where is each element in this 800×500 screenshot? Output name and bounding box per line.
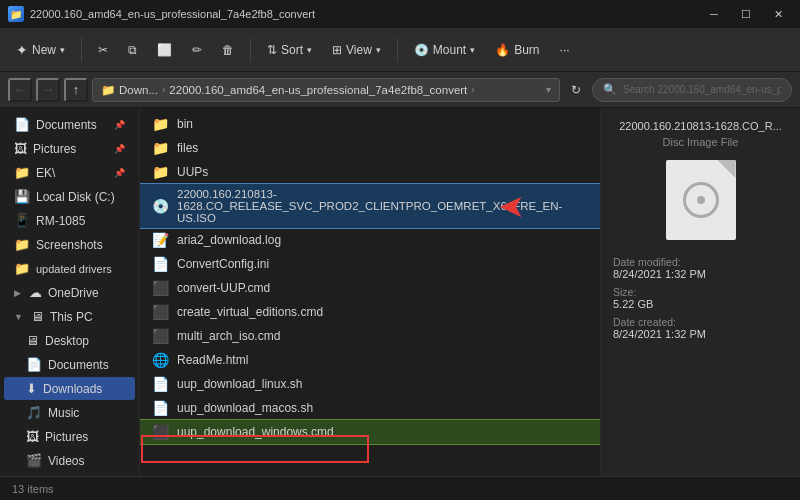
- delete-button[interactable]: 🗑: [214, 34, 242, 66]
- sidebar-item-localdisk[interactable]: 💾 Local Disk (C:): [4, 185, 135, 208]
- file-item-macosch[interactable]: 📄 uup_download_macos.sh: [140, 396, 600, 420]
- sidebar-item-downloads[interactable]: ⬇ Downloads: [4, 377, 135, 400]
- back-button[interactable]: ←: [8, 78, 32, 102]
- screenshot-icon: 📁: [14, 237, 30, 252]
- new-button[interactable]: ✦ New ▾: [8, 34, 73, 66]
- iso-icon: 💿: [152, 198, 169, 214]
- toolbar: ✦ New ▾ ✂ ⧉ ⬜ ✏ 🗑 ⇅ Sort ▾ ⊞ View ▾ 💿 Mo…: [0, 28, 800, 72]
- status-bar: 13 items: [0, 476, 800, 500]
- file-item-aria2log[interactable]: 📝 aria2_download.log: [140, 228, 600, 252]
- thispc-icon: 🖥: [31, 309, 44, 324]
- sidebar-item-updateddrivers[interactable]: 📁 updated drivers: [4, 257, 135, 280]
- file-item-readme[interactable]: 🌐 ReadMe.html: [140, 348, 600, 372]
- cut-button[interactable]: ✂: [90, 34, 116, 66]
- paste-button[interactable]: ⬜: [149, 34, 180, 66]
- file-item-linuxsh[interactable]: 📄 uup_download_linux.sh: [140, 372, 600, 396]
- preview-date-modified: Date modified: 8/24/2021 1:32 PM: [613, 256, 788, 280]
- maximize-button[interactable]: ☐: [732, 4, 760, 24]
- sidebar-item-thispc[interactable]: ▼ 🖥 This PC: [4, 305, 135, 328]
- file-item-convertconfig[interactable]: 📄 ConvertConfig.ini: [140, 252, 600, 276]
- sidebar-item-documents1[interactable]: 📄 Documents 📌: [4, 113, 135, 136]
- sidebar-item-videos[interactable]: 🎬 Videos: [4, 449, 135, 472]
- iso-file-icon: [666, 160, 736, 240]
- preview-filetype: Disc Image File: [663, 136, 739, 148]
- sh-icon2: 📄: [152, 400, 169, 416]
- status-count: 13 items: [12, 483, 54, 495]
- file-item-iso[interactable]: 💿 22000.160.210813-1628.CO_RELEASE_SVC_P…: [140, 184, 600, 228]
- documents-icon: 📄: [26, 357, 42, 372]
- window-controls: ─ ☐ ✕: [700, 4, 792, 24]
- up-button[interactable]: ↑: [64, 78, 88, 102]
- sidebar-item-ek[interactable]: 📁 EK\ 📌: [4, 161, 135, 184]
- path-icon: 📁: [101, 83, 115, 97]
- downloads-icon: ⬇: [26, 381, 37, 396]
- sidebar-item-music[interactable]: 🎵 Music: [4, 401, 135, 424]
- more-button[interactable]: ···: [552, 34, 578, 66]
- title-bar: 📁 22000.160_amd64_en-us_professional_7a4…: [0, 0, 800, 28]
- sidebar-item-pictures3[interactable]: 🖼 Pictures: [4, 425, 135, 448]
- mount-button[interactable]: 💿 Mount ▾: [406, 34, 483, 66]
- onedrive-icon: ☁: [29, 285, 42, 300]
- copy-button[interactable]: ⧉: [120, 34, 145, 66]
- preview-details: Date modified: 8/24/2021 1:32 PM Size: 5…: [613, 256, 788, 346]
- sort-button[interactable]: ⇅ Sort ▾: [259, 34, 320, 66]
- cmd-icon3: ⬛: [152, 328, 169, 344]
- file-item-createvirtual[interactable]: ⬛ create_virtual_editions.cmd: [140, 300, 600, 324]
- forward-button[interactable]: →: [36, 78, 60, 102]
- document-icon: 📄: [14, 117, 30, 132]
- address-path[interactable]: 📁 Down... › 22000.160_amd64_en-us_profes…: [92, 78, 560, 102]
- log-icon: 📝: [152, 232, 169, 248]
- separator-3: [397, 38, 398, 62]
- folder-icon: 📁: [14, 165, 30, 180]
- burn-button[interactable]: 🔥 Burn: [487, 34, 547, 66]
- folder-icon: 📁: [152, 140, 169, 156]
- separator-2: [250, 38, 251, 62]
- sidebar: 📄 Documents 📌 🖼 Pictures 📌 📁 EK\ 📌 💾 Loc…: [0, 108, 140, 476]
- path-down: Down...: [119, 84, 158, 96]
- preview-icon-container: [661, 160, 741, 240]
- drivers-icon: 📁: [14, 261, 30, 276]
- path-folder: 22000.160_amd64_en-us_professional_7a4e2…: [169, 84, 467, 96]
- preview-panel: 22000.160.210813-1628.CO_R... Disc Image…: [600, 108, 800, 476]
- minimize-button[interactable]: ─: [700, 4, 728, 24]
- pictures3-icon: 🖼: [26, 429, 39, 444]
- close-button[interactable]: ✕: [764, 4, 792, 24]
- view-button[interactable]: ⊞ View ▾: [324, 34, 389, 66]
- sidebar-item-onedrive[interactable]: ▶ ☁ OneDrive: [4, 281, 135, 304]
- search-icon: 🔍: [603, 83, 617, 96]
- file-item-windowscmd[interactable]: ⬛ uup_download_windows.cmd: [140, 420, 600, 444]
- pictures-icon: 🖼: [14, 141, 27, 156]
- app-icon: 📁: [8, 6, 24, 22]
- ini-icon: 📄: [152, 256, 169, 272]
- folder-icon: 📁: [152, 116, 169, 132]
- sidebar-item-documents2[interactable]: 📄 Documents: [4, 353, 135, 376]
- window-title: 22000.160_amd64_en-us_professional_7a4e2…: [30, 8, 315, 20]
- videos-icon: 🎬: [26, 453, 42, 468]
- sidebar-item-pictures[interactable]: 🖼 Pictures 📌: [4, 137, 135, 160]
- file-item-files[interactable]: 📁 files: [140, 136, 600, 160]
- music-icon: 🎵: [26, 405, 42, 420]
- preview-date-created: Date created: 8/24/2021 1:32 PM: [613, 316, 788, 340]
- file-item-bin[interactable]: 📁 bin: [140, 112, 600, 136]
- cmd-icon4: ⬛: [152, 424, 169, 440]
- file-item-convertuup[interactable]: ⬛ convert-UUP.cmd: [140, 276, 600, 300]
- sidebar-item-screenshots[interactable]: 📁 Screenshots: [4, 233, 135, 256]
- html-icon: 🌐: [152, 352, 169, 368]
- desktop-icon: 🖥: [26, 333, 39, 348]
- address-bar: ← → ↑ 📁 Down... › 22000.160_amd64_en-us_…: [0, 72, 800, 108]
- refresh-button[interactable]: ↻: [564, 78, 588, 102]
- new-icon: ✦: [16, 42, 28, 58]
- search-box[interactable]: 🔍 Search 22000.160_amd64_en-us_professio…: [592, 78, 792, 102]
- folder-icon: 📁: [152, 164, 169, 180]
- preview-size: Size: 5.22 GB: [613, 286, 788, 310]
- cmd-icon2: ⬛: [152, 304, 169, 320]
- file-item-uups[interactable]: 📁 UUPs: [140, 160, 600, 184]
- sidebar-item-desktop[interactable]: 🖥 Desktop: [4, 329, 135, 352]
- device-icon: 📱: [14, 213, 30, 228]
- sidebar-item-rm1085[interactable]: 📱 RM-1085: [4, 209, 135, 232]
- file-list: 📁 bin 📁 files 📁 UUPs 💿 22000.160.210813-…: [140, 108, 600, 476]
- file-item-multiarch[interactable]: ⬛ multi_arch_iso.cmd: [140, 324, 600, 348]
- sh-icon1: 📄: [152, 376, 169, 392]
- rename-button[interactable]: ✏: [184, 34, 210, 66]
- cmd-icon: ⬛: [152, 280, 169, 296]
